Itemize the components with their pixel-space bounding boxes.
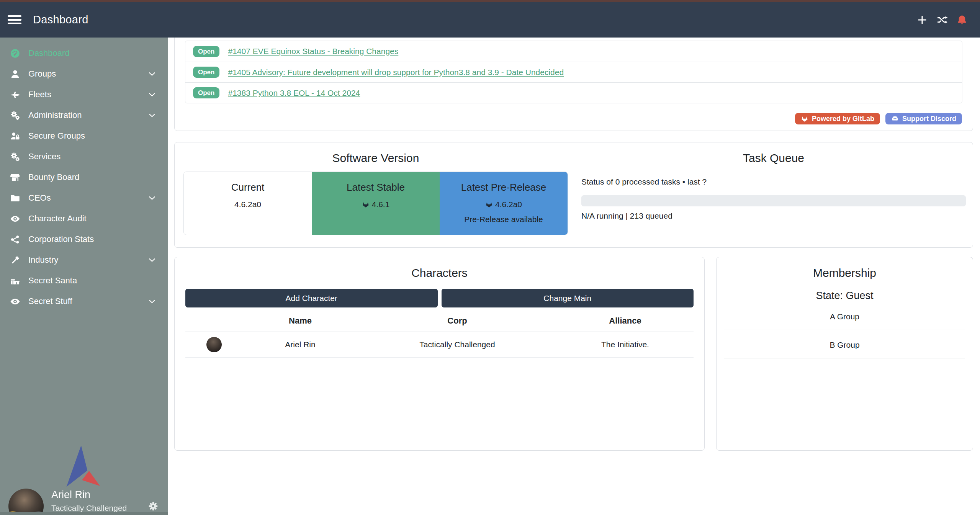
version-current-label: Current [184, 181, 312, 193]
page-title: Dashboard [33, 13, 88, 26]
menu-toggle-icon[interactable] [8, 15, 23, 25]
membership-state: State: Guest [724, 290, 965, 302]
status-badge: Open [193, 67, 219, 78]
sidebar-item-label: Secure Groups [28, 131, 85, 141]
sidebar-nav: Dashboard Groups Fleets Administrat [0, 38, 168, 312]
sidebar-item-services[interactable]: Services [0, 146, 168, 167]
sidebar-item-label: Services [28, 152, 61, 162]
gitlab-badge-label: Powered by GitLab [812, 115, 874, 123]
jet-icon [10, 90, 20, 100]
gitlab-badge[interactable]: Powered by GitLab [795, 113, 880, 124]
version-prerelease: Latest Pre-Release 4.6.2a0 Pre-Release a… [440, 172, 568, 235]
share-icon [10, 234, 20, 245]
sidebar-item-label: Secret Santa [28, 276, 77, 286]
plus-icon[interactable] [916, 14, 928, 26]
cell-corp: Tactically Challenged [358, 340, 557, 349]
task-queue-title: Task Queue [581, 152, 966, 165]
sidebar: Dashboard Groups Fleets Administrat [0, 38, 168, 515]
store-icon [10, 172, 20, 183]
sidebar-item-fleets[interactable]: Fleets [0, 84, 168, 105]
sidebar-item-administration[interactable]: Administration [0, 105, 168, 126]
header-alliance: Alliance [557, 316, 694, 326]
sidebar-item-label: Secret Stuff [28, 296, 72, 306]
folder-icon [10, 193, 20, 203]
alliance-logo [61, 444, 103, 490]
topbar-actions [916, 14, 968, 26]
sidebar-item-secure-groups[interactable]: Secure Groups [0, 126, 168, 146]
task-queue-status: Status of 0 processed tasks • last ? [581, 177, 966, 186]
sidebar-item-label: Fleets [28, 90, 51, 100]
sidebar-item-ceos[interactable]: CEOs [0, 188, 168, 208]
character-avatar [206, 337, 222, 352]
notification-link[interactable]: #1405 Advisory: Future development will … [228, 68, 564, 77]
sidebar-item-label: Administration [28, 110, 82, 120]
chevron-down-icon [148, 70, 156, 78]
version-prerelease-value: 4.6.2a0 [440, 200, 568, 209]
notifications-list: Open #1407 EVE Equinox Status - Breaking… [185, 41, 962, 103]
version-prerelease-label: Latest Pre-Release [440, 181, 568, 193]
chevron-down-icon [148, 194, 156, 202]
sidebar-item-bounty-board[interactable]: Bounty Board [0, 167, 168, 188]
notification-link[interactable]: #1407 EVE Equinox Status - Breaking Chan… [228, 47, 398, 56]
notification-link[interactable]: #1383 Python 3.8 EOL - 14 Oct 2024 [228, 88, 360, 98]
list-item: A Group [724, 302, 965, 330]
sidebar-item-label: Industry [28, 255, 58, 265]
notifications-bell-icon[interactable] [956, 14, 968, 26]
user-lock-icon [10, 131, 20, 141]
user-panel: Ariel Rin Tactically Challenged The Init… [0, 500, 168, 512]
cogs-icon [10, 152, 20, 162]
cell-alliance: The Initiative. [557, 340, 694, 349]
chevron-down-icon [148, 256, 156, 264]
membership-title: Membership [724, 266, 965, 280]
version-stable-value: 4.6.1 [312, 200, 440, 209]
shuffle-icon[interactable] [936, 14, 948, 26]
cogs-icon [10, 110, 20, 121]
settings-gear-icon[interactable] [147, 500, 159, 512]
user-icon [10, 69, 20, 79]
table-row: Ariel Rin Tactically Challenged The Init… [185, 332, 694, 358]
hammer-icon [10, 255, 20, 265]
version-box: Current 4.6.2a0 Latest Stable 4.6.1 Late… [183, 172, 568, 235]
eye-icon [10, 214, 20, 224]
sidebar-item-secret-santa[interactable]: Secret Santa [0, 270, 168, 291]
user-avatar [8, 489, 44, 515]
sidebar-item-label: Corporation Stats [28, 234, 94, 244]
sidebar-item-industry[interactable]: Industry [0, 250, 168, 270]
task-progress-bar [581, 195, 966, 206]
membership-panel: Membership State: Guest A Group B Group [716, 257, 973, 451]
eye-icon [10, 296, 20, 307]
sidebar-item-groups[interactable]: Groups [0, 64, 168, 84]
sidebar-item-secret-stuff[interactable]: Secret Stuff [0, 291, 168, 312]
version-stable-label: Latest Stable [312, 181, 440, 193]
sidebar-item-label: CEOs [28, 193, 51, 203]
chevron-down-icon [148, 90, 156, 99]
sidebar-item-label: Dashboard [28, 48, 70, 58]
sidebar-item-dashboard[interactable]: Dashboard [0, 43, 168, 64]
add-character-button[interactable]: Add Character [185, 289, 438, 307]
status-badge: Open [193, 46, 219, 57]
sidebar-item-corporation-stats[interactable]: Corporation Stats [0, 229, 168, 250]
user-name: Ariel Rin [51, 488, 127, 502]
notification-item: Open #1383 Python 3.8 EOL - 14 Oct 2024 [185, 82, 962, 103]
software-taskqueue-panel: Software Version Current 4.6.2a0 Latest … [174, 142, 973, 248]
software-version-title: Software Version [183, 152, 568, 165]
header-name: Name [243, 316, 358, 326]
change-main-button[interactable]: Change Main [442, 289, 694, 307]
main-content: Alliance Auth Notifications Open #1407 E… [168, 0, 980, 451]
discord-badge[interactable]: Support Discord [885, 113, 962, 124]
task-queue-caption: N/A running | 213 queued [581, 211, 966, 221]
characters-actions: Add Character Change Main [185, 289, 694, 307]
topbar: Dashboard [0, 2, 980, 38]
sidebar-item-label: Groups [28, 69, 56, 79]
bottom-row: Characters Add Character Change Main Nam… [174, 257, 973, 451]
sidebar-footer-strip [0, 512, 168, 515]
characters-table: Name Corp Alliance Ariel Rin Tactically … [185, 310, 694, 358]
version-current-value: 4.6.2a0 [184, 200, 312, 209]
cell-name: Ariel Rin [243, 340, 358, 349]
gauge-icon [10, 48, 20, 59]
task-queue-section: Task Queue Status of 0 processed tasks •… [577, 152, 973, 247]
gifts-icon [10, 276, 20, 286]
characters-panel: Characters Add Character Change Main Nam… [174, 257, 705, 451]
software-version-section: Software Version Current 4.6.2a0 Latest … [175, 152, 577, 247]
sidebar-item-character-audit[interactable]: Character Audit [0, 208, 168, 229]
